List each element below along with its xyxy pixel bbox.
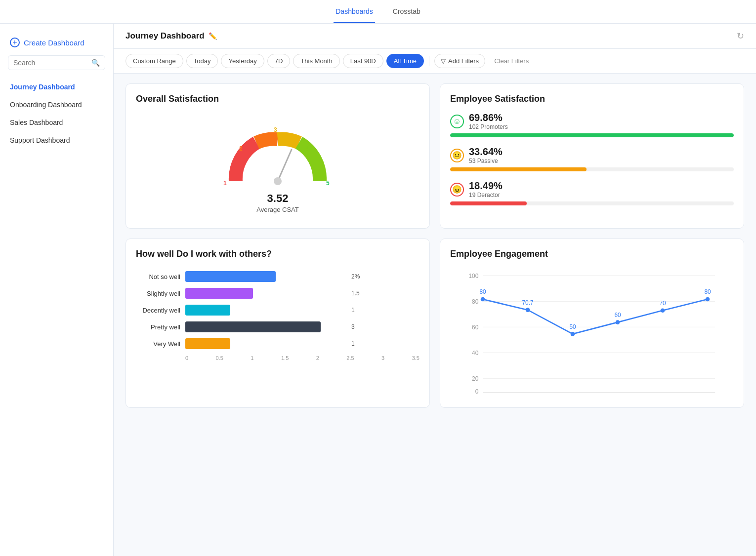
promoter-header: ☺ 69.86% 102 Promoters <box>450 112 734 130</box>
employee-satisfaction-card: Employee Satisfaction ☺ 69.86% 102 Promo… <box>440 83 744 229</box>
svg-text:80: 80 <box>704 288 711 295</box>
passive-header: 😐 33.64% 53 Passive <box>450 146 734 164</box>
line-chart-wrap: 100 80 60 40 20 0 <box>450 267 734 397</box>
x-label: 2 <box>316 355 319 361</box>
bar-track <box>185 321 343 332</box>
gauge-container: 1 2 3 4 5 3.52 <box>136 112 420 218</box>
x-label: 2.5 <box>346 355 354 361</box>
svg-text:2: 2 <box>239 145 243 152</box>
svg-text:70.7: 70.7 <box>522 299 534 306</box>
add-filters-button[interactable]: ▽ Add Filters <box>434 54 485 68</box>
bar-fill <box>185 338 230 349</box>
bar-row: Pretty well 3 <box>136 321 420 332</box>
promoter-desc: 102 Promoters <box>469 123 508 130</box>
svg-text:5: 5 <box>326 180 330 187</box>
svg-line-6 <box>278 150 292 181</box>
x-label: 0.5 <box>216 355 223 361</box>
plus-icon: + <box>10 38 20 47</box>
svg-point-23 <box>616 320 620 324</box>
passive-item: 😐 33.64% 53 Passive <box>450 146 734 171</box>
filter-custom-range[interactable]: Custom Range <box>126 54 183 68</box>
svg-text:60: 60 <box>472 324 479 331</box>
svg-text:3: 3 <box>274 126 277 133</box>
bar-track <box>185 338 343 349</box>
svg-point-20 <box>481 297 485 302</box>
nav-dashboards[interactable]: Dashboards <box>334 0 375 23</box>
promoter-bar <box>450 133 734 137</box>
x-label: 1.5 <box>281 355 289 361</box>
bar-fill <box>185 271 276 282</box>
passive-pct: 33.64% <box>469 146 503 158</box>
gauge-value: 3.52 <box>267 192 289 205</box>
svg-text:4: 4 <box>305 145 308 152</box>
bar-label: Decently well <box>136 307 180 314</box>
top-nav: Dashboards Crosstab <box>0 0 756 24</box>
bar-row: Very Well 1 <box>136 338 420 349</box>
dashboard-grid: Overall Satisfaction <box>114 74 756 418</box>
x-label: 3.5 <box>412 355 420 361</box>
detractor-pct: 18.49% <box>469 180 503 192</box>
promoter-bar-bg <box>450 133 734 137</box>
bar-fill <box>185 321 321 332</box>
main-content: Journey Dashboard ✏️ ↻ Custom Range Toda… <box>114 24 756 556</box>
svg-text:50: 50 <box>569 323 576 330</box>
filter-bar: Custom Range Today Yesterday 7D This Mon… <box>114 49 756 74</box>
search-input[interactable] <box>13 59 87 67</box>
svg-text:80: 80 <box>472 298 479 305</box>
svg-text:100: 100 <box>468 273 478 279</box>
refresh-icon[interactable]: ↻ <box>737 31 744 41</box>
sidebar: + Create Dashboard 🔍 Journey Dashboard O… <box>0 24 114 556</box>
gauge-chart: 1 2 3 4 5 <box>213 117 342 196</box>
bar-track <box>185 271 343 282</box>
nav-crosstab[interactable]: Crosstab <box>391 0 422 23</box>
bar-row: Not so well 2% <box>136 271 420 282</box>
sidebar-item-support[interactable]: Support Dashboard <box>0 131 113 149</box>
detractor-bar <box>450 201 527 205</box>
sidebar-item-sales[interactable]: Sales Dashboard <box>0 114 113 131</box>
x-label: 3 <box>381 355 384 361</box>
passive-emoji: 😐 <box>450 149 464 162</box>
bar-label: Pretty well <box>136 323 180 331</box>
svg-text:60: 60 <box>614 312 621 318</box>
filter-separator <box>429 56 429 66</box>
employee-satisfaction-title: Employee Satisfaction <box>450 94 734 104</box>
svg-text:20: 20 <box>472 375 479 382</box>
detractor-desc: 19 Deractor <box>469 192 503 199</box>
add-filters-label: Add Filters <box>448 57 479 65</box>
bar-label: Slightly well <box>136 290 180 297</box>
sidebar-item-onboarding[interactable]: Onboarding Dashboard <box>0 96 113 114</box>
filter-all-time[interactable]: All Time <box>386 54 424 68</box>
passive-desc: 53 Passive <box>469 158 503 164</box>
funnel-icon: ▽ <box>441 57 446 65</box>
bar-track <box>185 305 343 316</box>
dashboard-title: Journey Dashboard ✏️ <box>126 31 217 41</box>
sidebar-item-journey[interactable]: Journey Dashboard <box>0 78 113 96</box>
how-well-card: How well Do I work with others? Not so w… <box>126 238 430 408</box>
promoter-item: ☺ 69.86% 102 Promoters <box>450 112 734 137</box>
bar-fill <box>185 288 253 299</box>
bar-value: 3 <box>351 323 363 330</box>
dashboard-title-text: Journey Dashboard <box>126 31 205 41</box>
bar-fill <box>185 305 230 316</box>
clear-filters-button[interactable]: Clear Filters <box>488 54 535 68</box>
filter-last-90d[interactable]: Last 90D <box>343 54 383 68</box>
promoter-pct: 69.86% <box>469 112 508 123</box>
bar-value: 1.5 <box>351 290 363 297</box>
detractor-header: 😠 18.49% 19 Deractor <box>450 180 734 199</box>
bar-chart: Not so well 2% Slightly well 1.5 Decentl… <box>136 267 420 365</box>
svg-point-24 <box>661 308 665 313</box>
svg-text:70: 70 <box>659 300 666 307</box>
bar-label: Not so well <box>136 273 180 280</box>
x-label: 1 <box>251 355 253 361</box>
svg-text:0: 0 <box>475 388 479 395</box>
passive-bar-bg <box>450 167 734 171</box>
search-box[interactable]: 🔍 <box>8 55 105 70</box>
edit-icon[interactable]: ✏️ <box>209 32 217 40</box>
create-dashboard-button[interactable]: + Create Dashboard <box>0 32 113 55</box>
filter-today[interactable]: Today <box>186 54 218 68</box>
dashboard-header: Journey Dashboard ✏️ ↻ <box>114 24 756 49</box>
filter-yesterday[interactable]: Yesterday <box>221 54 264 68</box>
filter-7d[interactable]: 7D <box>267 54 291 68</box>
filter-this-month[interactable]: This Month <box>293 54 339 68</box>
create-dashboard-label: Create Dashboard <box>24 39 84 47</box>
